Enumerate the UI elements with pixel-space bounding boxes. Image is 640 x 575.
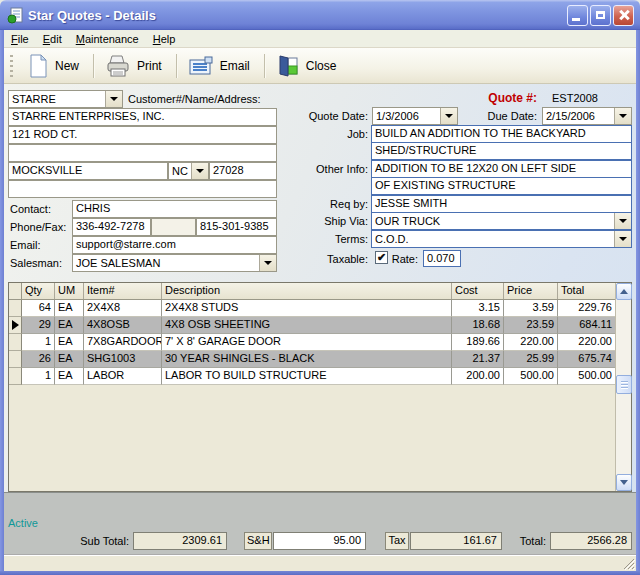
cell-total[interactable]: 220.00 xyxy=(558,334,615,351)
close-button-label: Close xyxy=(306,59,337,73)
cell-total[interactable]: 500.00 xyxy=(558,368,615,385)
col-header-cost[interactable]: Cost xyxy=(452,283,504,299)
resize-grip-icon[interactable] xyxy=(622,557,635,570)
cell-item[interactable]: 4X8OSB xyxy=(84,317,162,334)
state-combo[interactable]: NC xyxy=(168,162,209,180)
col-header-total[interactable]: Total xyxy=(558,283,615,299)
cell-qty[interactable]: 26 xyxy=(22,351,55,368)
cell-cost[interactable]: 21.37 xyxy=(452,351,504,368)
menu-help[interactable]: Help xyxy=(146,31,183,47)
vertical-scrollbar[interactable] xyxy=(615,283,631,491)
customer-name-field[interactable]: STARRE ENTERPRISES, INC. xyxy=(8,108,277,126)
cell-price[interactable]: 220.00 xyxy=(504,334,558,351)
cell-um[interactable]: EA xyxy=(55,334,84,351)
row-selector[interactable] xyxy=(9,317,22,334)
cell-total[interactable]: 229.76 xyxy=(558,300,615,317)
cell-um[interactable]: EA xyxy=(55,351,84,368)
contact-label: Contact: xyxy=(10,203,51,215)
customer-code-combo[interactable]: STARRE xyxy=(8,90,123,108)
cell-um[interactable]: EA xyxy=(55,368,84,385)
cell-price[interactable]: 3.59 xyxy=(504,300,558,317)
close-button[interactable]: Close xyxy=(270,51,347,81)
toolbar-grip[interactable] xyxy=(10,55,13,77)
col-header-description[interactable]: Description xyxy=(162,283,452,299)
cell-cost[interactable]: 3.15 xyxy=(452,300,504,317)
minimize-button[interactable] xyxy=(567,5,588,26)
address3-field[interactable] xyxy=(8,180,277,198)
menu-edit[interactable]: Edit xyxy=(36,31,69,47)
terms-dropdown-button[interactable] xyxy=(614,231,631,247)
phone-field[interactable]: 336-492-7278 xyxy=(72,218,151,236)
terms-combo[interactable]: C.O.D. xyxy=(371,230,632,248)
cell-description[interactable]: 30 YEAR SHINGLES - BLACK xyxy=(162,351,452,368)
scroll-down-button[interactable] xyxy=(616,474,632,491)
cell-price[interactable]: 25.99 xyxy=(504,351,558,368)
state-dropdown-button[interactable] xyxy=(191,163,208,179)
col-header-item[interactable]: Item# xyxy=(84,283,162,299)
cell-description[interactable]: 2X4X8 STUDS xyxy=(162,300,452,317)
app-window: Star Quotes - Details File Edit Maintena… xyxy=(0,0,640,575)
other-info-line1-field[interactable]: ADDITION TO BE 12X20 ON LEFT SIDE xyxy=(371,160,632,178)
maximize-button[interactable] xyxy=(590,5,611,26)
customer-code-dropdown-button[interactable] xyxy=(105,91,122,107)
cell-item[interactable]: SHG1003 xyxy=(84,351,162,368)
email-button[interactable]: Email xyxy=(182,52,260,80)
table-row[interactable]: 1EA7X8GARDOOR7' X 8' GARAGE DOOR189.6622… xyxy=(9,334,615,351)
job-line1-field[interactable]: BUILD AN ADDITION TO THE BACKYARD xyxy=(371,125,632,143)
row-selector[interactable] xyxy=(9,351,22,368)
cell-cost[interactable]: 189.66 xyxy=(452,334,504,351)
cell-qty[interactable]: 29 xyxy=(22,317,55,334)
col-header-price[interactable]: Price xyxy=(504,283,558,299)
cell-total[interactable]: 675.74 xyxy=(558,351,615,368)
cell-qty[interactable]: 64 xyxy=(22,300,55,317)
due-date-dropdown-button[interactable] xyxy=(614,108,631,124)
phone-ext-field[interactable] xyxy=(151,218,196,236)
cell-price[interactable]: 23.59 xyxy=(504,317,558,334)
scroll-up-button[interactable] xyxy=(616,283,632,300)
cell-qty[interactable]: 1 xyxy=(22,334,55,351)
menu-file[interactable]: File xyxy=(4,31,36,47)
close-icon xyxy=(618,9,630,21)
city-field[interactable]: MOCKSVILLE xyxy=(8,162,168,180)
other-info-line2-field[interactable]: OF EXISTING STRUCTURE xyxy=(371,177,632,195)
door-icon xyxy=(276,54,300,78)
address2-field[interactable] xyxy=(8,144,277,162)
cell-qty[interactable]: 1 xyxy=(22,368,55,385)
req-by-field[interactable]: JESSE SMITH xyxy=(371,195,632,213)
cell-um[interactable]: EA xyxy=(55,317,84,334)
table-row[interactable]: 26EASHG100330 YEAR SHINGLES - BLACK21.37… xyxy=(9,351,615,368)
client-area: STARRE Customer#/Name/Address: STARRE EN… xyxy=(4,84,636,571)
row-selector[interactable] xyxy=(9,300,22,317)
cell-price[interactable]: 500.00 xyxy=(504,368,558,385)
cell-cost[interactable]: 200.00 xyxy=(452,368,504,385)
job-line2-field[interactable]: SHED/STRUCTURE xyxy=(371,142,632,160)
ship-via-dropdown-button[interactable] xyxy=(614,213,631,229)
cell-total[interactable]: 684.11 xyxy=(558,317,615,334)
ship-via-combo[interactable]: OUR TRUCK xyxy=(371,212,632,230)
cell-um[interactable]: EA xyxy=(55,300,84,317)
address1-field[interactable]: 121 ROD CT. xyxy=(8,126,277,144)
new-button[interactable]: New xyxy=(21,51,89,81)
col-header-qty[interactable]: Qty xyxy=(22,283,55,299)
rate-field[interactable]: 0.070 xyxy=(423,250,461,267)
close-window-button[interactable] xyxy=(613,5,634,26)
print-button[interactable]: Print xyxy=(99,51,172,81)
cell-item[interactable]: 7X8GARDOOR xyxy=(84,334,162,351)
row-selector[interactable] xyxy=(9,368,22,385)
cell-description[interactable]: 4X8 OSB SHEETING xyxy=(162,317,452,334)
cell-description[interactable]: LABOR TO BUILD STRUCTURE xyxy=(162,368,452,385)
table-row[interactable]: 29EA4X8OSB4X8 OSB SHEETING18.6823.59684.… xyxy=(9,317,615,334)
cell-item[interactable]: LABOR xyxy=(84,368,162,385)
scrollbar-thumb[interactable] xyxy=(616,375,632,394)
quote-date-label: Quote Date: xyxy=(244,110,368,122)
col-header-um[interactable]: UM xyxy=(55,283,84,299)
table-row[interactable]: 1EALABORLABOR TO BUILD STRUCTURE200.0050… xyxy=(9,368,615,385)
cell-description[interactable]: 7' X 8' GARAGE DOOR xyxy=(162,334,452,351)
cell-item[interactable]: 2X4X8 xyxy=(84,300,162,317)
sh-field[interactable]: 95.00 xyxy=(273,532,366,550)
row-selector[interactable] xyxy=(9,334,22,351)
menu-maintenance[interactable]: Maintenance xyxy=(69,31,146,47)
cell-cost[interactable]: 18.68 xyxy=(452,317,504,334)
table-row[interactable]: 64EA2X4X82X4X8 STUDS3.153.59229.76 xyxy=(9,300,615,317)
due-date-combo[interactable]: 2/15/2006 xyxy=(542,107,632,125)
